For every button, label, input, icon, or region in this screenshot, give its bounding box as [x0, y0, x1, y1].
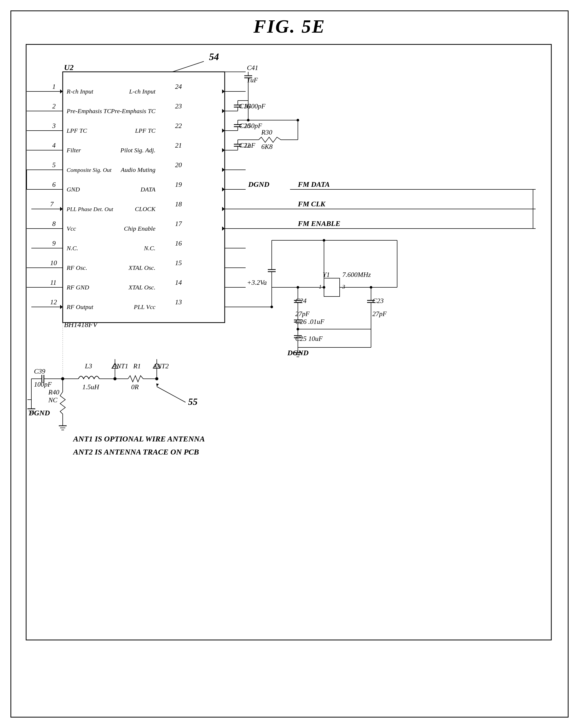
pin23-right-label: Pre-Emphasis TC	[111, 108, 156, 114]
y1-symbol	[324, 278, 340, 296]
ant1-label: ANT1	[112, 362, 128, 370]
pin14-num: 14	[175, 279, 182, 286]
svg-point-79	[297, 286, 299, 289]
r1-label: R1	[133, 362, 141, 370]
l3-value: 1.5uH	[82, 383, 100, 391]
pin5-label: Composite Sig. Out	[67, 167, 112, 173]
ic-name-label: U2	[64, 63, 74, 72]
r40-value: NC	[48, 396, 57, 404]
r30-symbol	[259, 137, 285, 142]
pin24-num: 24	[175, 83, 182, 90]
pin11-num: 11	[50, 279, 56, 286]
svg-rect-0	[26, 45, 551, 640]
note2: ANT2 IS ANTENNA TRACE ON PCB	[73, 447, 199, 456]
r40-symbol	[60, 392, 65, 418]
pin8-label: Vcc	[67, 225, 76, 232]
c16-value: 3300pF	[244, 102, 266, 110]
c22-value: 1uF	[244, 141, 255, 149]
pin15-num: 15	[175, 259, 182, 267]
pin19-right-label: DATA	[140, 186, 156, 193]
y1-value: 7.600MHz	[342, 271, 371, 279]
pin18-num: 18	[175, 200, 182, 208]
l3-label: L3	[85, 362, 92, 370]
pin2-num: 2	[52, 102, 56, 110]
fm-clk-label: FM CLK	[298, 200, 326, 208]
r40-label: R40	[48, 388, 59, 396]
c23-value: 27pF	[372, 310, 387, 318]
ref-54-label: 54	[209, 51, 219, 62]
c25-value: 10uF	[308, 335, 323, 342]
pin21-right-label: Pilot Sig. Adj.	[120, 147, 155, 154]
pin1-label: R-ch Input	[66, 88, 94, 95]
pin10-label: RF Osc.	[66, 264, 87, 271]
fm-data-label: FM DATA	[298, 180, 330, 188]
svg-point-152	[323, 286, 325, 289]
svg-marker-129	[156, 384, 159, 387]
pin21-num: 21	[175, 141, 182, 149]
vcc-label: +3.2Va	[247, 279, 267, 286]
ref-55-label: 55	[188, 396, 198, 407]
svg-point-156	[297, 328, 299, 331]
pin15-right-label: XTAL Osc.	[128, 264, 155, 271]
pin22-right-label: LPF TC	[135, 127, 156, 134]
pin14-right-label: XTAL Osc.	[128, 284, 155, 291]
l3-coil	[78, 376, 99, 379]
c24-value: 27pF	[295, 310, 310, 318]
pin10-num: 10	[50, 259, 57, 267]
c41-value: 1uF	[247, 76, 258, 84]
svg-point-127	[155, 377, 158, 380]
pin7-num: 7	[50, 200, 54, 208]
pin9-num: 9	[52, 239, 56, 247]
pin5-num: 5	[52, 161, 56, 169]
y1-pin1: 1	[319, 283, 322, 290]
r30-value: 6K8	[261, 143, 273, 151]
fm-enable-label: FM ENABLE	[298, 219, 341, 228]
svg-point-151	[323, 239, 325, 242]
circuit-diagram: 54 U2 BH1418FV 1 R-ch Input 2 Pre-Emphas…	[10, 31, 569, 697]
pin16-num: 16	[175, 239, 182, 247]
pin4-num: 4	[52, 141, 56, 149]
pin13-right-label: PLL Vcc	[133, 304, 155, 310]
pin19-num: 19	[175, 181, 182, 188]
pin3-num: 3	[52, 122, 56, 130]
pin6-num: 6	[52, 181, 56, 188]
pin12-num: 12	[50, 298, 57, 306]
pin20-num: 20	[175, 161, 182, 169]
c41-label: C41	[247, 64, 258, 72]
pin3-label: LPF TC	[66, 127, 87, 134]
svg-line-1	[172, 61, 204, 72]
r30-label: R30	[261, 129, 272, 136]
pin2-label: Pre-Emphasis TC	[66, 108, 111, 114]
ic-part-label: BH1418FV	[64, 320, 98, 329]
pin16-right-label: N.C.	[144, 245, 155, 252]
c39-value: 100pF	[34, 381, 52, 388]
pin23-num: 23	[175, 102, 182, 110]
pin17-num: 17	[175, 220, 182, 228]
pin17-right-label: Chip Enable	[124, 225, 155, 232]
pin6-label: GND	[67, 186, 80, 193]
y1-pin3: 3	[342, 283, 345, 290]
pin1-num: 1	[52, 83, 56, 90]
pin9-label: N.C.	[66, 245, 78, 252]
c20-value: 150pF	[244, 122, 262, 130]
pin18-right-label: CLOCK	[135, 206, 156, 212]
svg-point-124	[114, 377, 117, 380]
svg-line-128	[157, 387, 185, 402]
pin7-label: PLL Phase Det. Out	[66, 206, 114, 212]
dgnd-label1: DGND	[248, 180, 269, 188]
pin12-label: RF Output	[66, 304, 94, 310]
r1-value: 0R	[131, 383, 139, 391]
pin11-label: RF GND	[66, 284, 89, 291]
pin8-num: 8	[52, 220, 56, 228]
pin22-num: 22	[175, 122, 182, 130]
pin4-label: Filter	[66, 147, 81, 154]
pin13-num: 13	[175, 298, 182, 306]
r1-symbol	[128, 375, 157, 382]
c26-value: .01uF	[308, 318, 325, 326]
pin20-right-label: Audio Muting	[120, 166, 155, 173]
note1: ANT1 IS OPTIONAL WIRE ANTENNA	[73, 434, 205, 443]
pin24-right-label: L-ch Input	[129, 88, 156, 95]
c39-label: C39	[34, 367, 45, 375]
